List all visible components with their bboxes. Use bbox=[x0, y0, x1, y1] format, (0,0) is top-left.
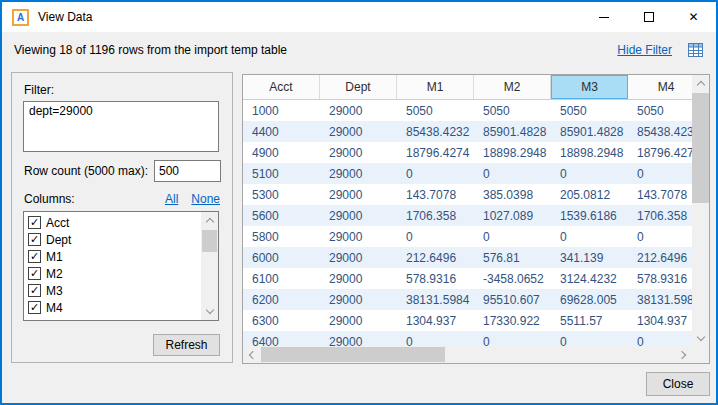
table-cell: 18796.4274 bbox=[397, 146, 474, 160]
table-cell: 85438.4232 bbox=[628, 125, 692, 139]
vertical-scrollbar-thumb[interactable] bbox=[692, 93, 709, 203]
listbox-scroll-up-button[interactable] bbox=[201, 212, 218, 229]
checkbox-icon[interactable]: ✓ bbox=[28, 267, 41, 280]
close-window-button[interactable]: ✕ bbox=[671, 2, 716, 32]
checkbox-icon[interactable]: ✓ bbox=[28, 216, 41, 229]
table-cell: 1000 bbox=[243, 104, 320, 118]
vertical-scrollbar[interactable] bbox=[692, 75, 709, 363]
listbox-scrollbar-thumb[interactable] bbox=[202, 230, 217, 252]
column-checkbox-item-m3[interactable]: ✓M3 bbox=[24, 282, 201, 299]
table-cell: 3124.4232 bbox=[551, 272, 628, 286]
column-checkbox-item-m1[interactable]: ✓M1 bbox=[24, 248, 201, 265]
horizontal-scrollbar[interactable] bbox=[243, 346, 692, 363]
checkbox-icon[interactable]: ✓ bbox=[28, 301, 41, 314]
table-cell: 578.9316 bbox=[397, 272, 474, 286]
scrollbar-corner bbox=[692, 347, 709, 363]
scroll-down-button[interactable] bbox=[692, 330, 709, 347]
table-row[interactable]: 62002900038131.598495510.60769628.005381… bbox=[243, 289, 692, 310]
grid-icon[interactable] bbox=[687, 42, 704, 58]
table-row[interactable]: 530029000143.7078385.0398205.0812143.707… bbox=[243, 184, 692, 205]
table-row[interactable]: 600029000212.6496576.81341.139212.6496 bbox=[243, 247, 692, 268]
scroll-left-button[interactable] bbox=[243, 346, 260, 363]
select-all-link[interactable]: All bbox=[165, 192, 178, 206]
table-cell: 0 bbox=[474, 167, 551, 181]
row-count-input[interactable] bbox=[154, 160, 221, 182]
table-cell: 29000 bbox=[320, 230, 397, 244]
table-cell: 1304.937 bbox=[397, 314, 474, 328]
data-grid-header-row: AcctDeptM1M2M3M4 bbox=[243, 75, 692, 100]
filter-input[interactable]: dept=29000 bbox=[23, 101, 219, 152]
table-cell: 29000 bbox=[320, 125, 397, 139]
table-cell: 29000 bbox=[320, 314, 397, 328]
refresh-button[interactable]: Refresh bbox=[153, 334, 220, 356]
column-header-m2[interactable]: M2 bbox=[474, 75, 551, 99]
columns-listbox: ✓Acct✓Dept✓M1✓M2✓M3✓M4 bbox=[23, 211, 219, 321]
select-none-link[interactable]: None bbox=[191, 192, 220, 206]
table-cell: 143.7078 bbox=[628, 188, 692, 202]
table-cell: 29000 bbox=[320, 335, 397, 347]
status-bar: Viewing 18 of 1196 rows from the import … bbox=[2, 32, 716, 68]
table-row[interactable]: 5600290001706.3581027.0891539.61861706.3… bbox=[243, 205, 692, 226]
scroll-right-button[interactable] bbox=[675, 346, 692, 363]
listbox-scroll-down-button[interactable] bbox=[201, 303, 218, 320]
minimize-button[interactable] bbox=[581, 2, 626, 32]
chevron-down-icon bbox=[696, 333, 704, 341]
table-cell: 18898.2948 bbox=[474, 146, 551, 160]
checkbox-icon[interactable]: ✓ bbox=[28, 284, 41, 297]
table-cell: 95510.607 bbox=[474, 293, 551, 307]
table-cell: 0 bbox=[551, 167, 628, 181]
table-cell: 0 bbox=[551, 335, 628, 347]
scroll-up-button[interactable] bbox=[692, 75, 709, 92]
table-cell: 1539.6186 bbox=[551, 209, 628, 223]
horizontal-scrollbar-thumb[interactable] bbox=[261, 347, 445, 362]
table-cell: 0 bbox=[628, 335, 692, 347]
table-cell: 5600 bbox=[243, 209, 320, 223]
table-cell: 0 bbox=[397, 335, 474, 347]
column-checkbox-item-acct[interactable]: ✓Acct bbox=[24, 214, 201, 231]
column-checkbox-item-m4[interactable]: ✓M4 bbox=[24, 299, 201, 316]
table-cell: 0 bbox=[628, 230, 692, 244]
table-row[interactable]: 610029000578.9316-3458.06523124.4232578.… bbox=[243, 268, 692, 289]
table-cell: 6000 bbox=[243, 251, 320, 265]
checkbox-label: M3 bbox=[46, 284, 63, 298]
column-checkbox-item-m2[interactable]: ✓M2 bbox=[24, 265, 201, 282]
checkbox-label: Dept bbox=[46, 233, 71, 247]
table-row[interactable]: 5100290000000 bbox=[243, 163, 692, 184]
table-row[interactable]: 6400290000000 bbox=[243, 331, 692, 346]
table-row[interactable]: 49002900018796.427418898.294818898.29481… bbox=[243, 142, 692, 163]
chevron-up-icon bbox=[205, 218, 213, 226]
table-cell: 205.0812 bbox=[551, 188, 628, 202]
close-button[interactable]: Close bbox=[646, 372, 710, 396]
table-cell: 18796.4274 bbox=[628, 146, 692, 160]
table-cell: 85438.4232 bbox=[397, 125, 474, 139]
column-header-acct[interactable]: Acct bbox=[243, 75, 320, 99]
titlebar: A View Data ✕ bbox=[2, 2, 716, 32]
listbox-scrollbar[interactable] bbox=[201, 212, 218, 320]
column-header-m4[interactable]: M4 bbox=[628, 75, 692, 99]
checkbox-icon[interactable]: ✓ bbox=[28, 250, 41, 263]
column-header-m3[interactable]: M3 bbox=[551, 75, 628, 99]
column-checkbox-item-dept[interactable]: ✓Dept bbox=[24, 231, 201, 248]
table-row[interactable]: 6300290001304.93717330.9225511.571304.93… bbox=[243, 310, 692, 331]
table-cell: 17330.922 bbox=[474, 314, 551, 328]
hide-filter-link[interactable]: Hide Filter bbox=[617, 43, 672, 57]
table-cell: 6200 bbox=[243, 293, 320, 307]
table-cell: 85901.4828 bbox=[474, 125, 551, 139]
table-cell: 29000 bbox=[320, 272, 397, 286]
column-header-dept[interactable]: Dept bbox=[320, 75, 397, 99]
table-cell: 4400 bbox=[243, 125, 320, 139]
close-icon: ✕ bbox=[688, 11, 698, 23]
table-cell: 5511.57 bbox=[551, 314, 628, 328]
column-header-m1[interactable]: M1 bbox=[397, 75, 474, 99]
table-row[interactable]: 5800290000000 bbox=[243, 226, 692, 247]
checkbox-icon[interactable]: ✓ bbox=[28, 233, 41, 246]
table-row[interactable]: 44002900085438.423285901.482885901.48288… bbox=[243, 121, 692, 142]
columns-row: Columns: All None bbox=[24, 192, 220, 206]
table-row[interactable]: 1000290005050505050505050 bbox=[243, 100, 692, 121]
maximize-button[interactable] bbox=[626, 2, 671, 32]
table-cell: 29000 bbox=[320, 104, 397, 118]
table-cell: 5050 bbox=[628, 104, 692, 118]
app-icon-letter: A bbox=[17, 12, 24, 23]
table-cell: 576.81 bbox=[474, 251, 551, 265]
data-grid: AcctDeptM1M2M3M4 10002900050505050505050… bbox=[242, 74, 710, 364]
